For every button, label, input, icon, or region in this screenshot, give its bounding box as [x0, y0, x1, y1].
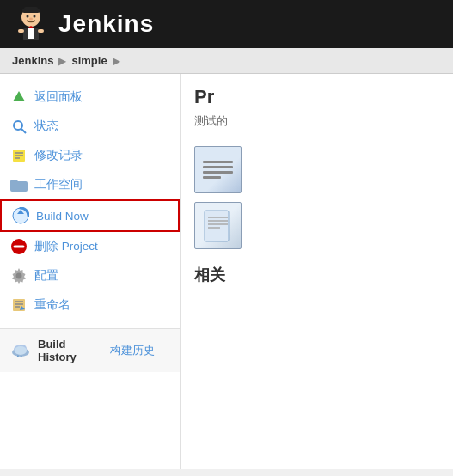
nav-item-back-panel[interactable]: 返回面板 — [0, 82, 180, 112]
breadcrumb-sep-1: ▶ — [58, 55, 66, 67]
svg-rect-33 — [205, 211, 229, 241]
folder-icon — [10, 176, 28, 193]
svg-line-32 — [21, 357, 21, 357]
build-now-icon — [12, 207, 29, 224]
sidebar: 返回面板 状态 修改记录 — [0, 74, 181, 469]
nav-label-status: 状态 — [34, 119, 58, 134]
nav-label-back-panel: 返回面板 — [34, 89, 83, 105]
svg-rect-9 — [38, 29, 44, 33]
nav-item-workspace[interactable]: 工作空间 — [0, 170, 180, 199]
svg-point-11 — [14, 121, 22, 130]
rename-icon — [10, 296, 28, 314]
svg-line-12 — [21, 129, 26, 133]
build-history-label: Build History — [38, 338, 103, 363]
nav-item-change-record[interactable]: 修改记录 — [0, 141, 180, 170]
app-header: Jenkins — [0, 0, 453, 48]
nav-item-rename[interactable]: 重命名 — [0, 290, 180, 320]
nav-item-config[interactable]: 配置 — [0, 261, 180, 290]
doc-icon — [203, 209, 233, 243]
search-icon — [10, 118, 28, 135]
build-history-link[interactable]: 构建历史 — — [110, 343, 169, 358]
gear-icon — [10, 267, 28, 284]
content-thumbnails — [194, 146, 439, 249]
breadcrumb-sep-2: ▶ — [113, 55, 120, 67]
nav-label-build-now: Build Now — [36, 210, 89, 223]
thumbnail-2 — [194, 202, 242, 249]
breadcrumb-simple[interactable]: simple — [71, 54, 107, 67]
svg-marker-10 — [13, 91, 25, 101]
up-arrow-icon — [10, 88, 28, 106]
nav-label-config: 配置 — [34, 268, 58, 284]
build-history-section: Build History 构建历史 — — [0, 328, 180, 372]
nav-item-build-now[interactable]: Build Now — [0, 199, 180, 232]
app-title: Jenkins — [58, 10, 154, 38]
page-subtitle: 测试的 — [194, 113, 439, 129]
edit-icon — [10, 147, 28, 164]
page-title: Pr — [194, 86, 439, 108]
svg-point-4 — [34, 15, 36, 18]
jenkins-logo — [12, 5, 50, 43]
main-layout: 返回面板 状态 修改记录 — [0, 74, 453, 469]
svg-rect-8 — [18, 29, 24, 33]
svg-point-30 — [15, 346, 27, 355]
nav-item-status[interactable]: 状态 — [0, 112, 180, 141]
delete-icon — [10, 238, 28, 255]
svg-rect-2 — [24, 7, 38, 10]
content-area: Pr 测试的 — [181, 74, 453, 469]
svg-point-5 — [29, 18, 33, 21]
nav-label-change-record: 修改记录 — [34, 148, 83, 163]
nav-item-delete-project[interactable]: 删除 Project — [0, 232, 180, 261]
cloud-icon — [10, 340, 31, 362]
breadcrumb: Jenkins ▶ simple ▶ — [0, 48, 453, 74]
nav-label-workspace: 工作空间 — [34, 177, 83, 192]
nav-label-rename: 重命名 — [34, 297, 70, 313]
svg-point-3 — [27, 15, 29, 18]
svg-rect-7 — [28, 28, 34, 39]
related-title: 相关 — [194, 265, 439, 285]
nav-label-delete-project: 删除 Project — [34, 239, 98, 254]
thumbnail-1 — [194, 146, 242, 193]
breadcrumb-jenkins[interactable]: Jenkins — [12, 54, 53, 67]
